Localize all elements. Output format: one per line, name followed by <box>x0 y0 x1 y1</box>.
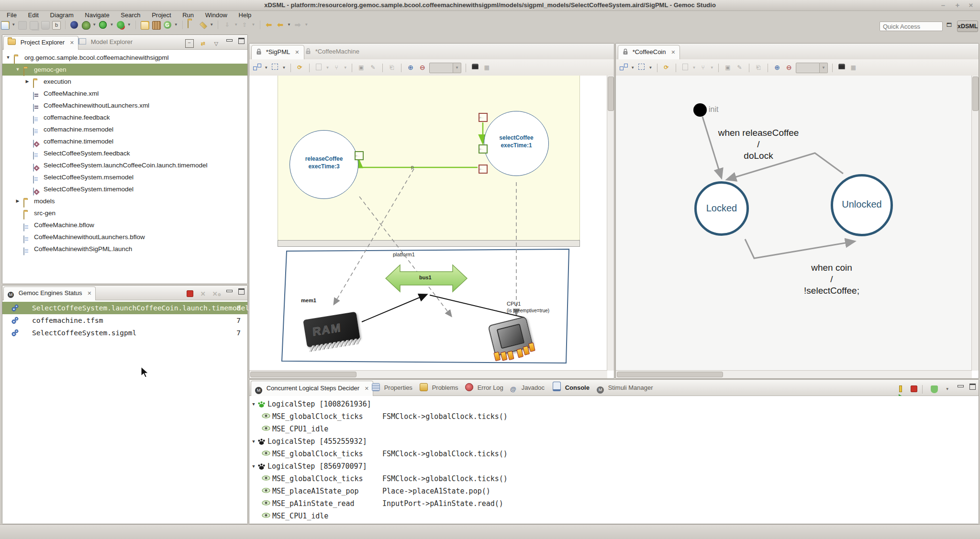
save-all-icon[interactable] <box>29 21 38 29</box>
tree-item[interactable]: coffemachine.msemodel <box>2 123 247 135</box>
debug-dropdown[interactable]: ▼ <box>92 21 97 29</box>
menu-search[interactable]: Search <box>116 11 145 19</box>
back-dropdown[interactable]: ▼ <box>287 21 291 29</box>
close-icon[interactable]: ✕ <box>70 40 74 45</box>
output-port[interactable]: μ... <box>355 151 364 160</box>
tab-problems[interactable]: Problems <box>416 381 462 396</box>
launch-icon[interactable]: b <box>52 21 60 29</box>
cpu-chip[interactable] <box>488 316 534 356</box>
open-perspective-icon[interactable]: 🗔 <box>947 22 952 28</box>
tab-model-explorer[interactable]: Model Explorer <box>74 36 136 49</box>
tab-project-explorer[interactable]: Project Explorer ✕ <box>3 36 78 50</box>
new-launch-config-icon[interactable] <box>140 21 149 29</box>
refresh-diagram-icon[interactable]: ⟳ <box>662 64 670 72</box>
stop-engine-icon[interactable] <box>186 290 194 298</box>
expander-icon[interactable]: ▼ <box>15 64 21 76</box>
collapse-all-icon[interactable]: − <box>185 39 194 48</box>
select-dropdown[interactable]: ▼ <box>648 64 653 72</box>
select-dropdown[interactable]: ▼ <box>282 64 286 72</box>
save-icon[interactable] <box>18 21 26 29</box>
stop-icon[interactable] <box>910 385 918 393</box>
tree-item[interactable]: coffemachine.timemodel <box>2 135 247 147</box>
tree-item[interactable]: CoffeeMachine.xml <box>2 88 247 99</box>
align-icon[interactable]: ⑂ <box>699 64 707 72</box>
menu-help[interactable]: Help <box>234 11 256 19</box>
tab-properties[interactable]: Properties <box>368 381 416 396</box>
state-unlocked[interactable]: Unlocked <box>831 174 893 236</box>
expander-icon[interactable]: ▶ <box>15 195 21 207</box>
arrange-icon[interactable] <box>253 64 261 72</box>
new-icon[interactable] <box>0 21 9 29</box>
tree-item[interactable]: ▼org.gemoc.sample.bcool.coffeemachinewit… <box>2 52 247 64</box>
minimize-view-icon[interactable] <box>226 39 233 42</box>
mem-label[interactable]: mem1 <box>301 297 316 303</box>
close-button[interactable]: × <box>966 1 976 9</box>
initial-state[interactable] <box>693 103 707 117</box>
perspective-xdsml-button[interactable]: xDSML <box>957 21 978 32</box>
tree-item[interactable]: ▶models <box>2 195 247 207</box>
zoom-out-icon[interactable]: ⊖ <box>785 64 793 72</box>
expander-icon[interactable]: ▼ <box>251 460 256 473</box>
copy-appearance-icon[interactable] <box>681 64 689 72</box>
mse-row[interactable]: MSE_globalClock_ticks FSMClock->globalCl… <box>249 410 979 423</box>
copy-appearance-dropdown[interactable]: ▼ <box>692 64 696 72</box>
tree-item[interactable]: SelectCoffeeSystem.feedback <box>2 147 247 159</box>
view-menu-icon[interactable]: ▽ <box>212 40 220 47</box>
zoom-in-icon[interactable]: ⊕ <box>407 64 415 72</box>
engine-row[interactable]: SelectCoffeeSystem.sigpml 7 <box>2 327 247 339</box>
transition-label[interactable]: when coin / !selectCoffee; <box>765 262 899 297</box>
close-icon[interactable]: ✕ <box>87 290 91 296</box>
minimize-view-icon[interactable] <box>226 290 233 292</box>
menu-window[interactable]: Window <box>200 11 232 19</box>
decider-dropdown[interactable]: ▼ <box>944 385 951 393</box>
hide-icon[interactable]: ▣ <box>357 64 366 72</box>
maximize-button[interactable]: + <box>952 1 963 9</box>
tree-item[interactable]: CoffeeMachine.bflow <box>2 219 247 231</box>
copy-appearance-icon[interactable] <box>314 64 323 72</box>
tree-item[interactable]: coffemachine.feedback <box>2 111 247 123</box>
forward-dropdown[interactable]: ▼ <box>304 21 309 29</box>
tree-item[interactable]: SelectCoffeeSystem.msemodel <box>2 171 247 183</box>
mse-row[interactable]: MSE_CPU1_idle <box>249 423 979 435</box>
align-dropdown[interactable]: ▼ <box>710 64 714 72</box>
layers-icon[interactable]: ▦ <box>849 64 858 72</box>
mse-row[interactable]: MSE_globalClock_ticks FSMClock->globalCl… <box>249 448 979 460</box>
link-with-editor-icon[interactable]: ⇄ <box>199 40 207 47</box>
close-icon[interactable]: ✕ <box>671 49 675 55</box>
open-folder-icon[interactable] <box>188 21 196 29</box>
refresh-dropdown[interactable]: ▼ <box>174 21 178 29</box>
annotate-dropdown[interactable]: ▼ <box>210 21 214 29</box>
minimize-view-icon[interactable] <box>958 385 964 387</box>
run-dropdown[interactable]: ▼ <box>110 21 114 29</box>
actor-selectcoffee[interactable]: selectCoffee execTime:1 <box>484 111 549 176</box>
tab-coffeemachine[interactable]: *CoffeeMachine <box>301 45 364 59</box>
minimize-button[interactable]: – <box>938 1 948 9</box>
expander-icon[interactable]: ▶ <box>24 76 30 88</box>
engine-row[interactable]: coffemachine.tfsm 7 <box>2 314 247 327</box>
logical-step-row[interactable]: ▼ LogicalStep [455255932] <box>249 435 979 448</box>
tree-item[interactable]: SelectCoffeeSystem.timemodel <box>2 183 247 195</box>
zoom-level-combo[interactable] <box>796 63 820 73</box>
menu-diagram[interactable]: Diagram <box>45 11 78 19</box>
tree-item[interactable]: CoffeeMachinewithSigPML.launch <box>2 243 247 255</box>
edit-mode-icon[interactable]: ✎ <box>735 64 744 72</box>
vertical-scrollbar[interactable] <box>607 76 614 371</box>
align-dropdown[interactable]: ▼ <box>343 64 347 72</box>
select-icon[interactable] <box>271 64 279 72</box>
last-edit-icon[interactable]: ⬅ <box>265 21 273 29</box>
menu-file[interactable]: File <box>2 11 22 19</box>
maximize-view-icon[interactable] <box>969 384 976 390</box>
zoom-out-icon[interactable]: ⊖ <box>418 64 426 72</box>
menu-edit[interactable]: Edit <box>23 11 44 19</box>
decider-shield-icon[interactable] <box>930 385 938 393</box>
input-port[interactable]: μ... <box>479 165 488 174</box>
menu-run[interactable]: Run <box>178 11 199 19</box>
back-icon[interactable]: ⬅ <box>276 21 285 29</box>
edit-mode-icon[interactable]: ✎ <box>369 64 377 72</box>
prev-annotation-icon[interactable]: ⇧ <box>240 21 249 29</box>
expander-icon[interactable]: ▼ <box>251 435 256 448</box>
tab-console[interactable]: Console <box>549 381 593 396</box>
close-icon[interactable]: ✕ <box>295 49 299 55</box>
mse-row[interactable]: MSE_placeA1State_pop Place->placeA1State… <box>249 485 979 497</box>
hide-icon[interactable]: ▣ <box>724 64 732 72</box>
